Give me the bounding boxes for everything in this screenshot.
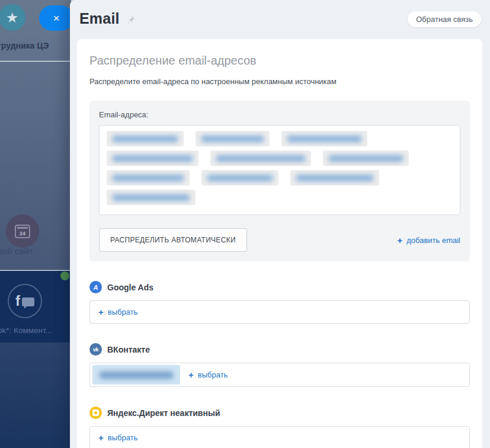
source-name: Google Ads [107, 283, 153, 292]
facebook-comments-icon[interactable]: f [8, 284, 42, 318]
redacted-email-chip[interactable] [201, 170, 278, 185]
redacted-email-chip[interactable] [323, 151, 409, 166]
redacted-content [113, 175, 184, 181]
add-email-label: добавить email [406, 236, 460, 245]
select-link[interactable]: + выбрать [188, 370, 228, 380]
redacted-content [216, 155, 305, 162]
google-ads-select-box[interactable]: + выбрать [89, 300, 470, 324]
google-ads-icon: A [89, 281, 102, 293]
redacted-selected-chip[interactable] [92, 365, 180, 385]
yandex-direct-icon [89, 407, 102, 419]
source-header: vk ВКонтакте [89, 343, 470, 356]
vk-icon: vk [89, 343, 102, 356]
yandex-direct-glyph [92, 409, 99, 416]
redacted-content [207, 175, 273, 181]
source-name: ВКонтакте [107, 345, 150, 354]
sidebar-bottom-section [0, 343, 71, 448]
email-settings-panel: Email Обратная связь Распределение email… [70, 0, 490, 448]
email-chip-row [107, 170, 453, 185]
redacted-content [201, 136, 264, 142]
select-link[interactable]: + выбрать [98, 307, 137, 317]
card-subtitle: Распределите email-адреса по настроенным… [89, 77, 470, 86]
redacted-email-chip[interactable] [290, 170, 379, 185]
redacted-content [287, 136, 361, 142]
source-header: Яндекс.Директ неактивный [89, 407, 470, 419]
star-icon: ★ [6, 9, 19, 26]
select-label: выбрать [198, 370, 228, 379]
calendar-badge-icon[interactable]: 24 [6, 215, 39, 248]
close-button[interactable]: × [39, 5, 73, 31]
facebook-f-icon: f [15, 293, 20, 309]
distribute-automatically-button[interactable]: РАСПРЕДЕЛИТЬ АВТОМАТИЧЕСКИ [99, 228, 247, 252]
email-chip-row [107, 151, 453, 166]
redacted-email-chip[interactable] [107, 190, 196, 205]
calendar-icon: 24 [15, 225, 30, 238]
star-badge-icon[interactable]: ★ [0, 4, 25, 31]
add-email-link[interactable]: + добавить email [397, 235, 460, 245]
plus-icon: + [397, 235, 402, 245]
pin-icon[interactable] [126, 15, 135, 27]
source-row-vkontakte: vk ВКонтакте + выбрать [89, 343, 470, 387]
select-label: выбрать [108, 433, 138, 442]
vk-select-box[interactable]: + выбрать [89, 363, 470, 387]
source-header: A Google Ads [89, 281, 470, 293]
redacted-content [113, 136, 178, 142]
redacted-email-chip[interactable] [210, 151, 311, 166]
background-page-strip: ★ трудника ЦЭ 24 вой сайт f ok*: Коммент… [0, 0, 71, 448]
page-title: Email [79, 10, 120, 27]
redacted-email-chip[interactable] [107, 151, 198, 166]
source-row-yandex-direct: Яндекс.Директ неактивный + выбрать [89, 407, 470, 448]
redacted-email-chip[interactable] [107, 170, 190, 185]
redacted-content [296, 175, 373, 181]
email-chip-row [107, 190, 453, 205]
status-dot [60, 271, 69, 280]
comment-bubble-icon [22, 297, 34, 306]
redacted-content [329, 155, 403, 162]
redacted-email-chip[interactable] [281, 131, 367, 146]
card-title: Распределение email-адресов [89, 54, 470, 68]
email-chips-box[interactable] [99, 125, 460, 215]
close-icon: × [53, 12, 59, 25]
google-ads-glyph: A [94, 284, 98, 291]
email-chip-row [107, 131, 453, 146]
email-addresses-block: Email-адреса: РАСПРЕДЕЛИТЬ АВТОМАТИЧЕСКИ… [89, 101, 470, 261]
plus-icon: + [188, 370, 194, 380]
sidebar-caption-site: вой сайт [0, 246, 33, 256]
plus-icon: + [98, 433, 104, 443]
redacted-content [113, 155, 193, 162]
email-addresses-label: Email-адреса: [99, 110, 460, 119]
source-name: Яндекс.Директ неактивный [107, 408, 220, 418]
panel-header: Email Обратная связь [70, 0, 490, 37]
sidebar-caption-facebook: ok*: Коммент... [0, 326, 52, 335]
distribution-card: Распределение email-адресов Распределите… [77, 39, 482, 448]
redacted-email-chip[interactable] [196, 131, 270, 146]
source-row-google-ads: A Google Ads + выбрать [89, 281, 470, 324]
redacted-content [100, 372, 173, 379]
email-actions-row: РАСПРЕДЕЛИТЬ АВТОМАТИЧЕСКИ + добавить em… [99, 228, 460, 252]
sidebar-caption-top: трудника ЦЭ [0, 41, 49, 50]
select-link[interactable]: + выбрать [98, 433, 137, 443]
vk-glyph: vk [93, 347, 98, 353]
plus-icon: + [98, 307, 104, 317]
redacted-email-chip[interactable] [107, 131, 184, 146]
feedback-button[interactable]: Обратная связь [408, 11, 481, 27]
select-label: выбрать [108, 308, 138, 316]
yandex-select-box[interactable]: + выбрать [89, 426, 470, 448]
redacted-content [113, 194, 190, 201]
